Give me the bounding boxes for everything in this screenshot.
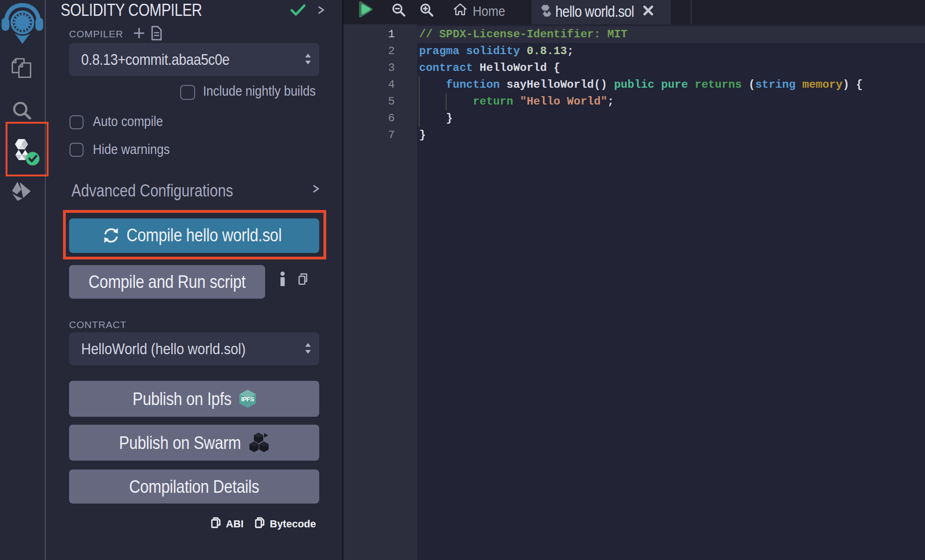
svg-text:IPFS: IPFS: [241, 396, 254, 403]
